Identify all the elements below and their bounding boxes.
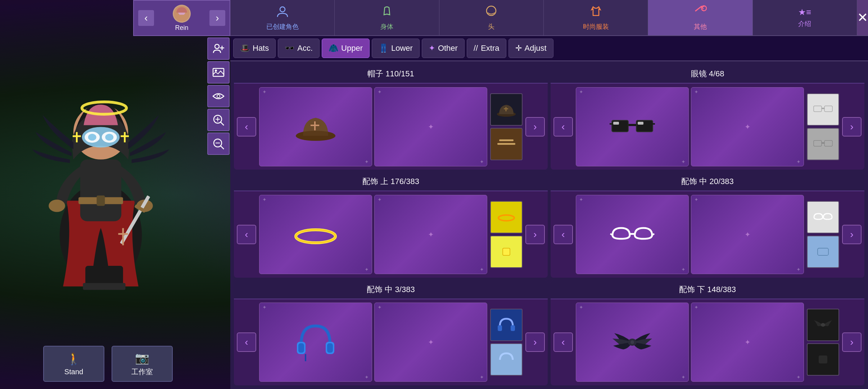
svg-rect-40 — [83, 283, 105, 290]
glass-thumb-2[interactable] — [807, 128, 839, 160]
svg-point-9 — [215, 70, 217, 72]
sub-tab-other[interactable]: ✦ Other — [422, 39, 465, 58]
acc-upper-thumb-2[interactable] — [490, 236, 523, 268]
acc-lower-thumb-1[interactable] — [807, 309, 839, 341]
acc-mid-item-2[interactable]: ✦ — [691, 195, 804, 274]
svg-point-73 — [296, 230, 335, 243]
glass-item-2[interactable]: ✦ — [691, 87, 804, 166]
tab-created-chars[interactable]: 已创建角色 — [230, 0, 335, 35]
tab-fashion-label: 时尚服装 — [583, 22, 609, 31]
acc-mid2-thumb-1[interactable] — [490, 309, 523, 341]
svg-point-74 — [498, 215, 514, 221]
right-panel: 已创建角色 身体 头 时 — [230, 0, 868, 389]
svg-rect-57 — [499, 139, 514, 141]
sub-tab-adjust[interactable]: ✛ Adjust — [508, 39, 553, 58]
sub-tab-acc-label: Acc. — [297, 44, 313, 53]
svg-point-28 — [105, 134, 113, 140]
stand-label: Stand — [64, 368, 83, 376]
sub-tab-upper[interactable]: 🧥 Upper — [322, 39, 370, 58]
hat-thumb-2[interactable] — [490, 128, 523, 160]
svg-rect-87 — [511, 325, 515, 331]
character-area: ‹ Rein › — [0, 0, 230, 389]
svg-line-13 — [221, 122, 224, 125]
section-acc-upper-body: ‹ ✦ — [234, 191, 548, 277]
glass-item-1[interactable] — [576, 87, 689, 166]
tab-body[interactable]: 身体 — [335, 0, 439, 35]
tab-other[interactable]: 其他 — [648, 0, 752, 35]
acc-lower-item-1[interactable] — [576, 303, 689, 382]
section-acc-mid2: 配饰 中 3/383 ‹ — [234, 281, 548, 385]
bottom-buttons: 🚶 Stand 📷 工作室 — [43, 346, 173, 382]
hats-prev-arrow[interactable]: ‹ — [237, 117, 256, 137]
acc-mid-item-1[interactable] — [576, 195, 689, 274]
char-prev-button[interactable]: ‹ — [138, 10, 154, 26]
acc-mid-thumbs — [807, 201, 839, 268]
tab-intro[interactable]: ★≡ 介绍 — [753, 0, 857, 35]
char-info: Rein — [173, 5, 191, 32]
tab-head[interactable]: 头 — [439, 0, 544, 35]
avatar — [173, 5, 191, 23]
glasses-prev-arrow[interactable]: ‹ — [553, 117, 573, 137]
acc-mid-thumb-2[interactable] — [807, 236, 839, 268]
svg-rect-88 — [498, 360, 502, 366]
char-next-button[interactable]: › — [209, 10, 225, 26]
svg-rect-2 — [177, 15, 186, 21]
category-tabs: 已创建角色 身体 头 时 — [230, 0, 868, 36]
acc-upper-prev-arrow[interactable]: ‹ — [237, 225, 256, 244]
sub-tab-acc[interactable]: 🕶️ Acc. — [278, 39, 320, 58]
glasses-next-arrow[interactable]: › — [842, 117, 862, 137]
sub-tab-extra[interactable]: // Extra — [467, 39, 506, 58]
svg-rect-62 — [610, 123, 612, 125]
image-button[interactable] — [207, 61, 230, 84]
tab-head-label: 头 — [488, 22, 494, 31]
svg-rect-86 — [498, 325, 502, 331]
section-acc-upper-header: 配饰 上 176/383 — [234, 173, 548, 191]
svg-point-51 — [296, 131, 335, 141]
acc-upper-thumbs — [490, 201, 523, 268]
hats-next-arrow[interactable]: › — [525, 117, 545, 137]
acc-upper-item-1[interactable] — [259, 195, 372, 274]
add-char-button[interactable] — [207, 37, 230, 60]
eye-button[interactable] — [207, 85, 230, 107]
stand-button[interactable]: 🚶 Stand — [43, 346, 104, 382]
acc-mid-prev-arrow[interactable]: ‹ — [553, 225, 573, 244]
hat-item-2[interactable]: ✦ — [374, 87, 487, 166]
sub-tab-lower[interactable]: 👖 Lower — [372, 39, 420, 58]
close-button[interactable]: ✕ — [857, 0, 868, 35]
workshop-button[interactable]: 📷 工作室 — [112, 346, 173, 382]
svg-rect-76 — [630, 233, 635, 235]
acc-mid-next-arrow[interactable]: › — [842, 225, 862, 244]
acc-mid-thumb-1[interactable] — [807, 201, 839, 233]
svg-point-34 — [49, 200, 65, 212]
acc-lower-prev-arrow[interactable]: ‹ — [553, 332, 573, 352]
side-toolbar — [206, 36, 230, 156]
acc-lower-thumb-2[interactable] — [807, 343, 839, 376]
acc-upper-thumb-1[interactable] — [490, 201, 523, 233]
zoom-out-button[interactable] — [207, 133, 230, 155]
acc-lower-next-arrow[interactable]: › — [842, 332, 862, 352]
acc-mid2-item-2[interactable]: ✦ — [374, 303, 487, 382]
acc-mid2-next-arrow[interactable]: › — [525, 332, 545, 352]
acc-lower-items-grid: ✦ — [576, 303, 804, 382]
glass-thumb-1[interactable] — [807, 93, 839, 126]
acc-mid2-prev-arrow[interactable]: ‹ — [237, 332, 256, 352]
section-acc-mid2-header: 配饰 中 3/383 — [234, 281, 548, 299]
hat-item-1[interactable] — [259, 87, 372, 166]
tab-body-label: 身体 — [380, 22, 393, 31]
zoom-in-button[interactable] — [207, 109, 230, 131]
section-hats-body: ‹ ✦ — [234, 84, 548, 170]
sub-tab-hats[interactable]: 🎩 Hats — [233, 39, 276, 58]
svg-rect-89 — [511, 360, 515, 366]
acc-upper-next-arrow[interactable]: › — [525, 225, 545, 244]
acc-mid-items-grid: ✦ — [576, 195, 804, 274]
section-acc-mid2-body: ‹ — [234, 299, 548, 385]
svg-rect-58 — [497, 143, 515, 145]
svg-point-44 — [280, 7, 285, 12]
svg-rect-64 — [613, 122, 619, 125]
acc-upper-item-2[interactable]: ✦ — [374, 195, 487, 274]
tab-fashion[interactable]: 时尚服装 — [544, 0, 648, 35]
acc-mid2-thumb-2[interactable] — [490, 343, 523, 376]
acc-mid2-item-1[interactable] — [259, 303, 372, 382]
acc-lower-item-2[interactable]: ✦ — [691, 303, 804, 382]
hat-thumb-1[interactable] — [490, 93, 523, 126]
